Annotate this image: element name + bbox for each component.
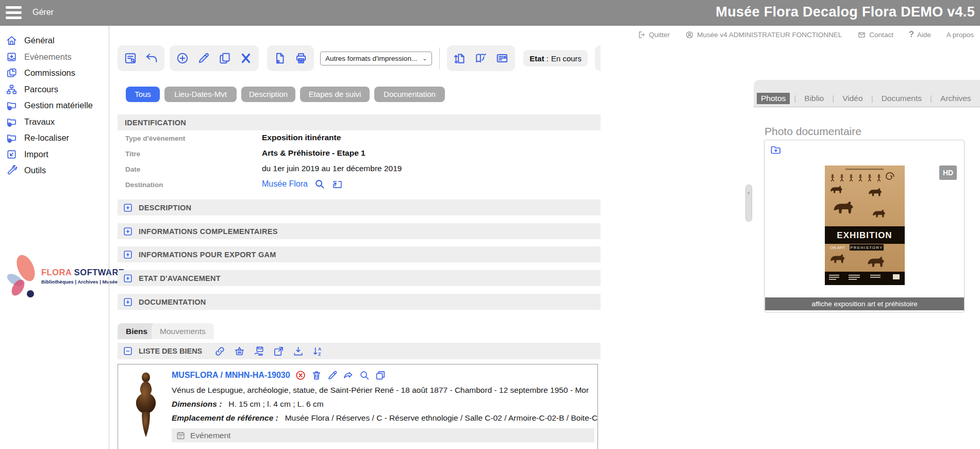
edit-icon[interactable] xyxy=(327,370,338,381)
open-record-icon[interactable] xyxy=(331,178,343,190)
print-format-select[interactable]: Autres formats d'impression... ⌄ xyxy=(320,52,432,65)
svg-text:Z: Z xyxy=(318,351,321,356)
flora-logo-petals xyxy=(6,252,38,300)
stamp-omega-icon[interactable] xyxy=(600,52,601,65)
expand-icon[interactable] xyxy=(124,251,132,259)
sidebar-item-general[interactable]: Général xyxy=(6,32,109,49)
export-record-icon[interactable] xyxy=(453,52,467,65)
label-card-icon[interactable] xyxy=(495,52,509,65)
tab-video[interactable]: Vidéo xyxy=(838,93,867,104)
venus-figurine-thumbnail[interactable] xyxy=(128,369,163,447)
tab-mouvements[interactable]: Mouvements xyxy=(152,323,214,339)
about-link[interactable]: A propos xyxy=(946,31,974,39)
tab-tous[interactable]: Tous xyxy=(126,87,160,102)
tab-biens[interactable]: Biens xyxy=(118,323,156,339)
sidebar-item-parcours[interactable]: Parcours xyxy=(6,81,109,98)
destination-link[interactable]: Musée Flora xyxy=(262,179,308,189)
tab-lieu-dates-mvt[interactable]: Lieu-Dates-Mvt xyxy=(164,87,237,102)
result-list-icon[interactable] xyxy=(124,52,137,65)
quit-link[interactable]: Quitter xyxy=(637,30,670,39)
sidebar-item-commissions[interactable]: Commissions xyxy=(6,65,109,81)
identification-header: IDENTIFICATION xyxy=(118,114,601,130)
photo-caption: affiche exposition art et préhistoire xyxy=(765,297,964,310)
top-bar: Gérer Musée Flora Decalog Flora DEMO v4.… xyxy=(0,0,980,26)
expand-icon[interactable] xyxy=(124,204,132,212)
toolbar-group-nav xyxy=(118,45,164,71)
trash-icon[interactable] xyxy=(311,370,322,381)
bien-reference-link[interactable]: MUSFLORA / MNHN-HA-19030 xyxy=(172,371,290,380)
sidebar-item-gestion-materielle[interactable]: Gestion matérielle xyxy=(6,97,109,114)
copy-window-icon[interactable] xyxy=(375,370,386,381)
tab-description[interactable]: Description xyxy=(241,87,295,102)
liste-des-biens-header: LISTE DES BIENS AZ xyxy=(118,343,601,359)
duplicate-record-icon[interactable] xyxy=(218,52,231,65)
folder-globe-icon xyxy=(6,132,18,144)
exhibition-poster-image[interactable]: EXHIBITION ON ART PREHISTORY xyxy=(825,165,905,285)
app-title: Musée Flora Decalog Flora DEMO v4.5 xyxy=(716,4,975,20)
collapse-icon[interactable] xyxy=(124,347,132,355)
panel-collapse-handle[interactable]: ‹ xyxy=(745,185,752,222)
sidebar-item-import[interactable]: Import xyxy=(6,146,109,163)
save-hand-icon[interactable] xyxy=(253,345,265,357)
field-titre: Titre Arts & Préhistoire - Etape 1 xyxy=(125,148,600,161)
tab-etapes-de-suivi[interactable]: Etapes de suivi xyxy=(300,87,370,102)
poster-subtitle: ON ART xyxy=(830,245,845,250)
field-type-evenement: Type d'évènement Exposition itinérante xyxy=(125,133,600,145)
sidebar-item-relocaliser[interactable]: Re-localiser xyxy=(6,130,109,146)
contact-link[interactable]: Contact xyxy=(857,30,893,39)
tab-documents[interactable]: Documents xyxy=(877,93,926,104)
add-record-icon[interactable] xyxy=(176,52,189,65)
bien-dimensions: Dimensions : H. 15 cm ; l. 4 cm ; L. 6 c… xyxy=(172,400,324,409)
media-panel-tabs: Photos | Biblio | Vidéo | Documents | Ar… xyxy=(757,93,975,104)
section-title: IDENTIFICATION xyxy=(125,119,186,127)
field-date: Date du 1er juin 2019 au 1er décembre 20… xyxy=(125,164,600,176)
sidebar-divider xyxy=(109,26,109,449)
menu-label[interactable]: Gérer xyxy=(32,8,54,17)
toolbar-group-validate xyxy=(595,45,601,71)
section-etat-avancement: ETAT D'AVANCEMENT xyxy=(118,270,601,286)
sort-az-icon[interactable]: AZ xyxy=(312,345,324,357)
record-tabs: Tous Lieu-Dates-Mvt Description Etapes d… xyxy=(126,87,445,102)
tab-documentation[interactable]: Documentation xyxy=(374,87,445,102)
section-documentation: DOCUMENTATION xyxy=(118,294,601,310)
register-book-icon[interactable] xyxy=(474,52,488,65)
delete-record-icon[interactable] xyxy=(239,52,253,65)
tab-archives[interactable]: Archives xyxy=(936,93,975,104)
tab-photos[interactable]: Photos xyxy=(757,93,790,104)
record-pane: Autres formats d'impression... ⌄ Etat : … xyxy=(118,26,601,449)
search-icon[interactable] xyxy=(359,370,370,381)
photo-documentaire-title: Photo documentaire xyxy=(765,125,861,138)
undo-icon[interactable] xyxy=(145,52,158,65)
link-icon[interactable] xyxy=(214,345,226,357)
user-icon xyxy=(685,30,694,39)
remove-circle-icon[interactable] xyxy=(295,370,306,381)
folder-add-icon[interactable] xyxy=(770,144,782,156)
hd-badge[interactable]: HD xyxy=(939,165,957,180)
expand-icon[interactable] xyxy=(124,274,132,282)
share-icon[interactable] xyxy=(343,370,354,381)
current-user[interactable]: Musée v4 ADMINISTRATEUR FONCTIONNEL xyxy=(685,30,842,39)
printer-icon[interactable] xyxy=(294,52,308,65)
sidebar-item-evenements[interactable]: Evènements xyxy=(6,49,109,65)
expand-icon[interactable] xyxy=(124,227,132,236)
inbox-arrow-icon xyxy=(6,51,18,63)
help-icon: ? xyxy=(909,30,914,39)
print-document-icon[interactable] xyxy=(273,52,287,65)
external-link-icon[interactable] xyxy=(273,345,285,357)
tab-biblio[interactable]: Biblio xyxy=(800,93,828,104)
poster-tag: PREHISTORY xyxy=(850,245,883,250)
sidebar-item-travaux[interactable]: Travaux xyxy=(6,114,109,130)
search-icon[interactable] xyxy=(314,178,325,190)
toolbar-separator xyxy=(439,47,440,69)
sidebar-item-outils[interactable]: Outils xyxy=(6,162,109,179)
edit-record-icon[interactable] xyxy=(197,52,210,65)
download-icon[interactable] xyxy=(292,345,304,357)
hamburger-menu-icon[interactable] xyxy=(6,6,22,20)
bien-list-item: MUSFLORA / MNHN-HA-19030 Vénus de Lespug… xyxy=(118,364,598,449)
help-link[interactable]: ? Aide xyxy=(909,30,931,39)
event-number: N° : EXPO0001 xyxy=(180,447,234,449)
basket-icon[interactable] xyxy=(234,345,245,357)
toolbar-group-edit xyxy=(170,45,259,71)
home-icon xyxy=(6,35,18,46)
expand-icon[interactable] xyxy=(124,298,132,306)
